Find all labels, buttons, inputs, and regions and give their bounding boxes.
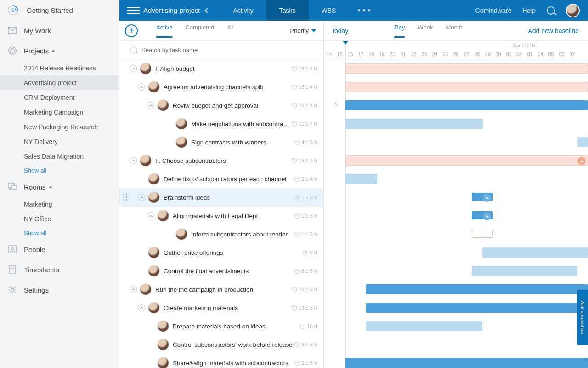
project-title[interactable]: Advertising project (143, 6, 200, 14)
sidebar-room-item[interactable]: NY Office (0, 212, 119, 226)
task-row[interactable]: II. Choose subcontractors13 d 1 h (119, 151, 323, 170)
chevron-left-icon[interactable] (205, 8, 210, 13)
nav-rooms[interactable]: Rooms (0, 177, 119, 197)
filter-completed[interactable]: Completed (185, 24, 214, 38)
assignee-avatar[interactable] (175, 118, 187, 130)
assignee-avatar[interactable] (175, 228, 187, 240)
collapse-toggle[interactable] (138, 194, 145, 201)
gantt-bar[interactable] (345, 100, 588, 110)
filter-all[interactable]: All (227, 24, 233, 38)
task-search-input[interactable] (141, 46, 312, 53)
nav-my-work[interactable]: My Work (0, 20, 119, 40)
gantt-bar[interactable] (472, 230, 493, 238)
task-row[interactable]: Run the the campaign in production16 d 3… (119, 280, 323, 299)
collapse-toggle[interactable] (138, 83, 145, 91)
nav-people[interactable]: People (0, 239, 119, 259)
gantt-bar[interactable] (345, 119, 483, 129)
task-row[interactable]: Share&align materials with subcontractor… (119, 354, 323, 368)
task-row[interactable]: Gather price offerings9 d (119, 243, 323, 262)
gantt-bar[interactable] (345, 63, 588, 74)
brand-link[interactable]: Comindware (475, 7, 512, 14)
user-avatar[interactable] (566, 4, 580, 17)
task-row[interactable]: Create marketing materials13 d 5 h (119, 299, 323, 317)
tab-activity[interactable]: Activity (220, 0, 266, 21)
collapse-toggle[interactable] (147, 212, 154, 219)
sort-priority-dropdown[interactable]: Priority (290, 27, 316, 34)
task-row[interactable]: Align materials with Legal Dept.1 d 5 h (119, 207, 323, 225)
show-all-rooms-link[interactable]: Show all (0, 226, 119, 239)
assignee-avatar[interactable] (148, 247, 160, 259)
help-link[interactable]: Help (522, 7, 536, 14)
search-icon[interactable] (547, 6, 555, 15)
assignee-avatar[interactable] (148, 302, 160, 314)
assignee-avatar[interactable] (148, 173, 160, 185)
sidebar-project-item[interactable]: Sales Data Migration (0, 149, 119, 164)
gantt-bar[interactable] (577, 137, 588, 147)
show-all-projects-link[interactable]: Show all (0, 164, 119, 177)
assignee-avatar[interactable] (175, 136, 187, 148)
assignee-avatar[interactable] (157, 320, 169, 332)
gantt-bar[interactable] (366, 303, 588, 313)
sidebar-room-item[interactable]: Marketing (0, 197, 119, 212)
menu-icon[interactable] (127, 7, 140, 14)
gantt-bar[interactable] (345, 358, 588, 368)
sidebar-project-item[interactable]: 2014 Release Readiness (0, 61, 119, 75)
assignee-avatar[interactable] (148, 81, 160, 93)
assignee-avatar[interactable] (148, 265, 160, 277)
gantt-bar[interactable] (366, 284, 588, 294)
collapse-toggle[interactable] (130, 65, 137, 72)
task-row[interactable]: Control the final advertisiments8 d 5 h (119, 262, 323, 280)
tab-wbs[interactable]: WBS (309, 0, 349, 21)
sidebar-project-item[interactable]: NY Delivery (0, 134, 119, 149)
scale-day[interactable]: Day (394, 24, 405, 38)
nav-projects[interactable]: Projects (0, 40, 119, 61)
gantt-bar[interactable] (366, 321, 482, 331)
task-row[interactable]: Reviw budget and get approval16 d 4 h (119, 96, 323, 115)
task-row[interactable]: Control subcontractors' work before rele… (119, 335, 323, 354)
task-row[interactable]: Sign contracts with winners4 d 5 h (119, 133, 323, 151)
collapse-toggle[interactable] (130, 286, 137, 293)
task-search[interactable] (119, 41, 323, 59)
task-row[interactable]: I. Align budget16 d 4 h (119, 59, 323, 78)
drag-handle-icon[interactable] (123, 194, 128, 201)
today-button[interactable]: Today (331, 27, 348, 34)
gantt-bar[interactable] (472, 266, 577, 276)
scale-week[interactable]: Week (418, 24, 433, 38)
scale-month[interactable]: Month (446, 24, 462, 38)
gantt-bar[interactable] (345, 155, 588, 166)
assignee-avatar[interactable] (157, 357, 169, 368)
gantt-body[interactable] (324, 59, 588, 368)
assignee-avatar[interactable] (148, 191, 160, 203)
sidebar-project-item[interactable]: Advertising project (0, 75, 119, 90)
gantt-bar[interactable] (345, 82, 588, 92)
nav-settings[interactable]: Settings (0, 280, 119, 300)
ask-question-tab[interactable]: Ask a question (577, 290, 588, 345)
gantt-bar[interactable] (482, 247, 588, 258)
nav-getting-started[interactable]: 0/4 Getting Started (0, 0, 119, 20)
task-row[interactable]: Prepare materials based on ideas10 d (119, 317, 323, 335)
add-task-button[interactable]: + (125, 24, 138, 37)
task-row[interactable]: Brainstorm ideas1 d 5 h (119, 188, 323, 207)
gantt-bar[interactable] (345, 174, 377, 184)
add-baseline-link[interactable]: Add new baseline (528, 27, 579, 34)
assignee-avatar[interactable] (140, 283, 152, 295)
more-icon[interactable] (358, 9, 370, 12)
task-row[interactable]: Make negotiations with subcontractors11 … (119, 115, 323, 133)
assignee-avatar[interactable] (140, 63, 152, 75)
task-row[interactable]: Define list of subcontrators per each ch… (119, 170, 323, 188)
collapse-toggle[interactable] (147, 102, 154, 109)
task-row[interactable]: Agree on advertaising channels split16 d… (119, 78, 323, 96)
sidebar-project-item[interactable]: CRM Deployment (0, 90, 119, 105)
nav-timesheets[interactable]: Timesheets (0, 259, 119, 280)
collapse-toggle[interactable] (130, 157, 137, 164)
filter-active[interactable]: Active (156, 24, 172, 38)
assignee-avatar[interactable] (157, 99, 169, 111)
gantt-bar[interactable] (472, 211, 493, 219)
sidebar-project-item[interactable]: Marketing Campaign (0, 105, 119, 120)
assignee-avatar[interactable] (157, 210, 169, 222)
task-row[interactable]: Inform subcontractors about tender1 d 5 … (119, 225, 323, 243)
gantt-bar[interactable] (472, 193, 493, 201)
tab-tasks[interactable]: Tasks (266, 0, 309, 21)
collapse-toggle[interactable] (138, 304, 145, 311)
sidebar-project-item[interactable]: New Packaging Research (0, 120, 119, 134)
